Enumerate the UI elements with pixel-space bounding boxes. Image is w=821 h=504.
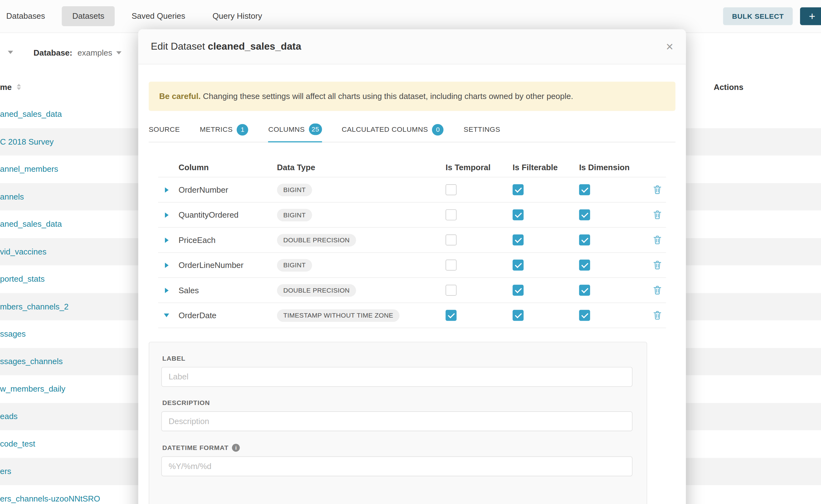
delete-column-icon[interactable] bbox=[653, 311, 661, 320]
is-filterable-checkbox[interactable] bbox=[513, 235, 524, 245]
column-row: OrderLineNumber BIGINT bbox=[158, 252, 666, 277]
label-input[interactable] bbox=[161, 367, 632, 387]
tab-calculated-columns[interactable]: CALCULATED COLUMNS 0 bbox=[342, 118, 444, 142]
column-name: OrderNumber bbox=[179, 185, 277, 194]
description-input[interactable] bbox=[161, 411, 632, 431]
is-temporal-checkbox[interactable] bbox=[446, 209, 457, 220]
dataset-link[interactable]: vid_vaccines bbox=[0, 247, 47, 256]
expand-caret-icon[interactable] bbox=[165, 212, 169, 218]
columns-table-header: Column Data Type Is Temporal Is Filterab… bbox=[158, 158, 666, 177]
delete-column-icon[interactable] bbox=[653, 235, 661, 244]
is-dimension-checkbox[interactable] bbox=[579, 285, 590, 296]
column-row: OrderNumber BIGINT bbox=[158, 177, 666, 202]
data-type-pill: DOUBLE PRECISION bbox=[277, 234, 356, 246]
sort-icon[interactable] bbox=[17, 84, 21, 90]
warning-text: Changing these settings will affect all … bbox=[200, 91, 573, 100]
is-filterable-checkbox[interactable] bbox=[513, 259, 524, 270]
column-name: OrderLineNumber bbox=[179, 260, 277, 270]
is-temporal-checkbox[interactable] bbox=[446, 310, 457, 321]
is-dimension-checkbox[interactable] bbox=[579, 235, 590, 245]
expand-caret-icon[interactable] bbox=[165, 263, 169, 268]
metrics-count-badge: 1 bbox=[237, 124, 248, 135]
is-filterable-checkbox[interactable] bbox=[513, 285, 524, 296]
column-row: Sales DOUBLE PRECISION bbox=[158, 277, 666, 302]
nav-item-datasets[interactable]: Datasets bbox=[62, 6, 115, 26]
top-nav: Databases Datasets Saved Queries Query H… bbox=[0, 0, 821, 33]
header-column: Column bbox=[179, 163, 277, 172]
data-type-pill: TIMESTAMP WITHOUT TIME ZONE bbox=[277, 309, 399, 322]
nav-menu: Databases Datasets Saved Queries Query H… bbox=[0, 6, 279, 26]
description-field-label: DESCRIPTION bbox=[162, 399, 633, 407]
dataset-link[interactable]: eads bbox=[0, 412, 17, 421]
label-field: LABEL bbox=[161, 355, 632, 387]
is-temporal-checkbox[interactable] bbox=[446, 285, 457, 296]
dataset-link[interactable]: code_test bbox=[0, 439, 35, 449]
header-data-type: Data Type bbox=[277, 163, 446, 172]
tab-source[interactable]: SOURCE bbox=[149, 118, 180, 142]
is-filterable-checkbox[interactable] bbox=[513, 209, 524, 220]
datetime-format-input[interactable] bbox=[161, 456, 632, 476]
bulk-select-button[interactable]: BULK SELECT bbox=[723, 7, 793, 25]
database-filter-value[interactable]: examples bbox=[77, 48, 112, 57]
is-dimension-checkbox[interactable] bbox=[579, 209, 590, 220]
delete-column-icon[interactable] bbox=[653, 286, 661, 294]
tab-settings[interactable]: SETTINGS bbox=[464, 118, 500, 142]
expand-caret-icon[interactable] bbox=[165, 288, 169, 293]
is-dimension-checkbox[interactable] bbox=[579, 310, 590, 321]
is-dimension-checkbox[interactable] bbox=[579, 184, 590, 195]
tab-columns[interactable]: COLUMNS 25 bbox=[268, 118, 322, 142]
actions-column-header: Actions bbox=[714, 83, 743, 92]
modal-title-dataset-name: cleaned_sales_data bbox=[208, 41, 301, 52]
column-name: OrderDate bbox=[179, 311, 277, 320]
add-dataset-button[interactable]: + bbox=[800, 7, 821, 25]
dataset-link[interactable]: mbers_channels_2 bbox=[0, 302, 69, 311]
expand-caret-icon[interactable] bbox=[165, 237, 169, 243]
database-dropdown-caret-icon[interactable] bbox=[116, 51, 121, 54]
dataset-link[interactable]: ported_stats bbox=[0, 274, 45, 284]
data-type-pill: BIGINT bbox=[277, 209, 312, 221]
is-filterable-checkbox[interactable] bbox=[513, 310, 524, 321]
modal-body: Be careful. Changing these settings will… bbox=[138, 82, 686, 504]
is-temporal-checkbox[interactable] bbox=[446, 235, 457, 245]
modal-tabs: SOURCE METRICS 1 COLUMNS 25 CALCULATED C… bbox=[149, 118, 675, 142]
data-type-pill: BIGINT bbox=[277, 259, 312, 271]
column-name: Sales bbox=[179, 285, 277, 295]
dataset-link[interactable]: ers bbox=[0, 467, 11, 476]
dataset-link[interactable]: C 2018 Survey bbox=[0, 137, 54, 146]
close-icon[interactable]: × bbox=[666, 40, 673, 53]
database-filter-label: Database: bbox=[33, 48, 72, 57]
dataset-link[interactable]: aned_sales_data bbox=[0, 110, 62, 119]
nav-item-databases[interactable]: Databases bbox=[6, 6, 56, 26]
delete-column-icon[interactable] bbox=[653, 210, 661, 219]
dataset-link[interactable]: aned_sales_data bbox=[0, 220, 62, 229]
modal-title: Edit Dataset cleaned_sales_data bbox=[151, 41, 301, 52]
tab-metrics[interactable]: METRICS 1 bbox=[200, 118, 248, 142]
is-dimension-checkbox[interactable] bbox=[579, 259, 590, 270]
info-icon[interactable]: i bbox=[232, 444, 240, 452]
dataset-link[interactable]: ers_channels-uzooNNtSRO bbox=[0, 494, 100, 504]
dataset-link[interactable]: annel_members bbox=[0, 165, 58, 174]
delete-column-icon[interactable] bbox=[653, 185, 661, 194]
dataset-link[interactable]: ssages bbox=[0, 329, 26, 339]
name-column-header[interactable]: me bbox=[0, 83, 12, 92]
calculated-columns-count-badge: 0 bbox=[433, 124, 444, 135]
collapse-caret-icon[interactable] bbox=[164, 314, 169, 317]
is-temporal-checkbox[interactable] bbox=[446, 184, 457, 195]
dataset-link[interactable]: annels bbox=[0, 192, 24, 201]
dataset-link[interactable]: w_members_daily bbox=[0, 384, 65, 394]
tab-columns-label: COLUMNS bbox=[268, 125, 305, 133]
tab-calculated-columns-label: CALCULATED COLUMNS bbox=[342, 126, 428, 133]
edit-dataset-modal: Edit Dataset cleaned_sales_data × Be car… bbox=[138, 29, 686, 504]
data-type-pill: BIGINT bbox=[277, 183, 312, 196]
is-temporal-checkbox[interactable] bbox=[446, 259, 457, 270]
nav-item-saved-queries[interactable]: Saved Queries bbox=[121, 6, 196, 26]
filter-dropdown-caret-icon[interactable] bbox=[8, 51, 13, 54]
column-name: QuantityOrdered bbox=[179, 210, 277, 220]
is-filterable-checkbox[interactable] bbox=[513, 184, 524, 195]
expand-caret-icon[interactable] bbox=[165, 187, 169, 192]
dataset-link[interactable]: ssages_channels bbox=[0, 357, 63, 366]
column-detail-panel: LABEL DESCRIPTION DATETIME FORMAT i bbox=[149, 342, 647, 504]
delete-column-icon[interactable] bbox=[653, 261, 661, 269]
nav-item-query-history[interactable]: Query History bbox=[202, 6, 273, 26]
tab-metrics-label: METRICS bbox=[200, 126, 232, 133]
